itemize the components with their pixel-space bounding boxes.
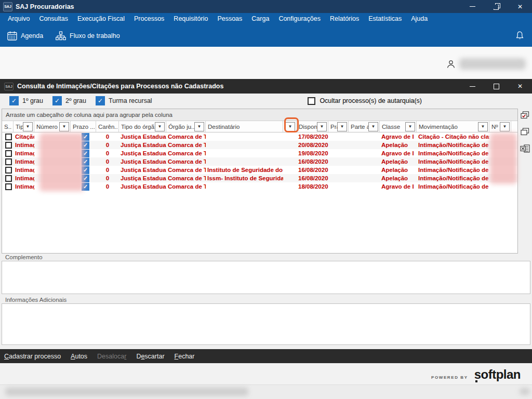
- autos-button[interactable]: Autos: [71, 353, 87, 360]
- column-header-tip[interactable]: Tip...▼: [14, 121, 34, 132]
- unchecked-checkbox-icon: [308, 97, 315, 105]
- column-header-orgao-ju[interactable]: Órgão ju...▼: [166, 121, 206, 132]
- column-header-numero[interactable]: Número ...▼: [34, 121, 71, 132]
- window-close-button[interactable]: ✕: [508, 0, 532, 13]
- cell-carencia: 0: [96, 132, 119, 141]
- cell-tipo: Intimaçã: [14, 182, 34, 191]
- menu-carga[interactable]: Carga: [247, 13, 274, 24]
- cell-movimentacao: Intimação/Notificação de c: [417, 182, 489, 191]
- window-minimize-button[interactable]: [460, 0, 484, 13]
- cell-empty: [349, 166, 380, 174]
- row-checkbox[interactable]: [5, 158, 12, 165]
- cell-orgao: Comarca de Te: [166, 141, 206, 149]
- select-checked-pages-button[interactable]: [521, 111, 529, 120]
- agenda-button[interactable]: Agenda: [7, 31, 43, 41]
- cell-orgao: Comarca de Te: [166, 132, 206, 141]
- column-header-caren[interactable]: Carên...: [96, 121, 119, 132]
- cell-tipo: Intimaçã: [14, 149, 34, 157]
- descartar-button[interactable]: Descartar: [136, 353, 164, 360]
- workflow-button[interactable]: Fluxo de trabalho: [56, 31, 120, 41]
- checked-checkbox-icon: ✓: [9, 96, 19, 105]
- row-select-cell: [2, 132, 14, 141]
- cadastrar-processo-button[interactable]: Cadastrar processo: [4, 353, 61, 360]
- menu-consultas[interactable]: Consultas: [34, 13, 73, 24]
- column-header-s[interactable]: S...: [2, 121, 14, 132]
- checkbox-ocultar-autarquia[interactable]: Ocultar processo(s) de autarquia(s): [308, 97, 422, 105]
- cell-tipo-orgao: Justiça Estadual -: [119, 157, 166, 166]
- column-label: Dispon...: [299, 124, 317, 130]
- column-header-classe[interactable]: Classe▼: [380, 121, 417, 132]
- cell-empty: [283, 174, 297, 182]
- menu-requisitorio[interactable]: Requisitório: [169, 13, 212, 24]
- cell-data: 16/08/2020: [297, 157, 328, 166]
- row-checkbox[interactable]: [5, 134, 12, 140]
- filter-dropdown-icon[interactable]: ▼: [478, 122, 488, 131]
- checkbox-2-grau[interactable]: ✓ 2º grau: [52, 96, 86, 105]
- menu-processos[interactable]: Processos: [129, 13, 169, 24]
- dialog-maximize-button[interactable]: [484, 79, 508, 94]
- redacted-process-numbers: [39, 133, 84, 191]
- group-by-bar[interactable]: Arraste um cabeçalho de coluna aqui para…: [2, 109, 517, 121]
- menu-arquivo[interactable]: Arquivo: [3, 13, 34, 24]
- softplan-logo: softplan: [474, 368, 521, 381]
- menu-configuracoes[interactable]: Configurações: [274, 13, 325, 24]
- cell-carencia: 0: [96, 141, 119, 149]
- column-header-parte-a[interactable]: Parte a...▼: [349, 121, 380, 132]
- filter-dropdown-icon[interactable]: ▼: [405, 122, 415, 131]
- column-header-dispon[interactable]: Dispon...▼: [297, 121, 328, 132]
- cell-tipo-orgao: Justiça Estadual -: [119, 174, 166, 182]
- notifications-button[interactable]: [516, 31, 524, 40]
- filter-dropdown-icon[interactable]: ▼: [317, 122, 327, 131]
- row-checkbox[interactable]: [5, 150, 12, 157]
- menu-bar: ArquivoConsultasExecução FiscalProcessos…: [0, 13, 532, 24]
- menu-pessoas[interactable]: Pessoas: [212, 13, 247, 24]
- dialog-button-bar: Cadastrar processoAutosDesalocarDescarta…: [0, 349, 532, 363]
- export-excel-button[interactable]: [520, 144, 530, 153]
- column-header-n[interactable]: Nº ...▼: [489, 121, 511, 132]
- menu-relatorios[interactable]: Relatórios: [325, 13, 364, 24]
- row-checkbox[interactable]: [5, 175, 12, 182]
- checkbox-label: Ocultar processo(s) de autarquia(s): [320, 97, 422, 104]
- cell-empty: [283, 149, 297, 157]
- informacoes-adicionais-textarea[interactable]: [2, 303, 530, 345]
- restore-icon: [494, 5, 499, 10]
- checkbox-turma-recursal[interactable]: ✓ Turma recursal: [96, 96, 152, 105]
- filter-dropdown-icon[interactable]: ▼: [368, 122, 378, 131]
- column-header-tipo-do-orga[interactable]: Tipo do órgã...▼: [119, 121, 166, 132]
- column-header-prazo[interactable]: Prazo ...: [71, 121, 96, 132]
- column-header-destinatario[interactable]: Destinatário: [206, 121, 283, 132]
- desalocar-button[interactable]: Desalocar: [97, 353, 126, 360]
- copy-button[interactable]: [521, 128, 529, 137]
- status-bar: [0, 384, 532, 399]
- dialog-close-button[interactable]: ✕: [508, 79, 532, 94]
- row-checkbox[interactable]: [5, 183, 12, 190]
- filter-dropdown-icon[interactable]: ▼: [155, 122, 165, 131]
- column-label: Parte a...: [351, 124, 368, 130]
- filter-dropdown-icon[interactable]: ▼: [59, 122, 69, 131]
- filter-dropdown-icon[interactable]: ▼: [23, 122, 33, 131]
- menu-ajuda[interactable]: Ajuda: [406, 13, 432, 24]
- column-header-movimentacao[interactable]: Movimentação▼: [417, 121, 489, 132]
- row-checkbox[interactable]: [5, 167, 12, 174]
- fechar-button[interactable]: Fechar: [175, 353, 195, 360]
- window-restore-button[interactable]: [484, 0, 508, 13]
- cell-empty: [349, 141, 380, 149]
- column-label: Número ...: [36, 124, 59, 130]
- filter-dropdown-icon[interactable]: ▼: [194, 122, 204, 131]
- menu-estatisticas[interactable]: Estatísticas: [364, 13, 406, 24]
- cell-classe: Agravo de I: [380, 149, 417, 157]
- dialog-minimize-button[interactable]: [460, 79, 484, 94]
- filter-dropdown-icon[interactable]: ▼: [500, 122, 510, 131]
- filter-dropdown-icon[interactable]: ▼: [337, 122, 347, 131]
- dialog-consulta-intimacoes: SAJ Consulta de Intimações/Citações para…: [0, 79, 532, 363]
- dialog-titlebar: SAJ Consulta de Intimações/Citações para…: [0, 79, 532, 94]
- row-checkbox[interactable]: [5, 142, 12, 149]
- column-header-pra[interactable]: Pra...▼: [328, 121, 349, 132]
- complemento-textarea[interactable]: [2, 261, 530, 294]
- checked-checkbox-icon: ✓: [52, 96, 62, 105]
- checkbox-1-grau[interactable]: ✓ 1º grau: [9, 96, 43, 105]
- menu-execucao-fiscal[interactable]: Execução Fiscal: [73, 13, 129, 24]
- cell-carencia: 0: [96, 157, 119, 166]
- row-select-cell: [2, 141, 14, 149]
- redacted-user-name: [459, 58, 526, 70]
